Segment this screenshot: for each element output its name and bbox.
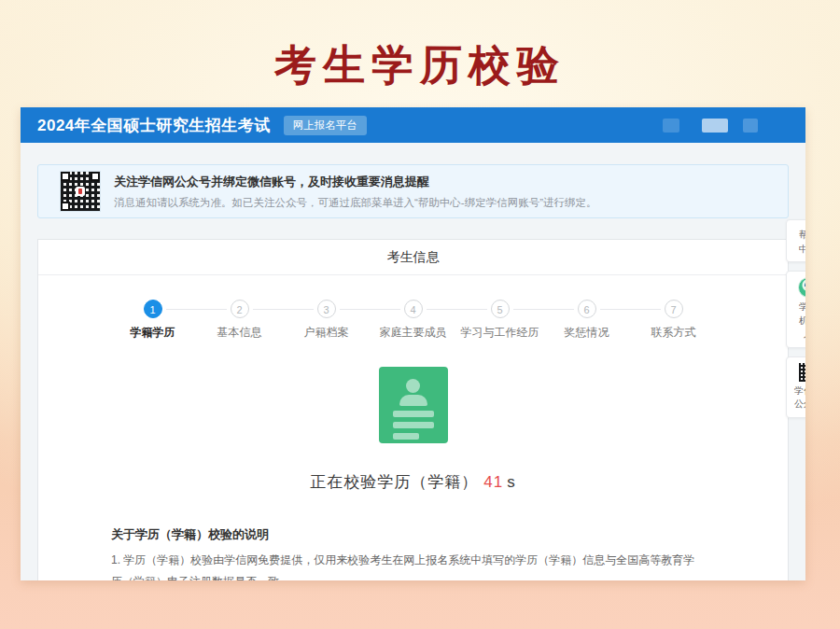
user-account-redacted-2[interactable] bbox=[702, 119, 728, 133]
notes-heading: 关于学历（学籍）校验的说明 bbox=[111, 526, 704, 543]
step-label: 家庭主要成员 bbox=[370, 325, 456, 341]
step-circle: 5 bbox=[491, 300, 510, 318]
step-label: 学习与工作经历 bbox=[456, 325, 543, 341]
status-label: 正在校验学历（学籍） bbox=[310, 473, 478, 491]
verification-notes: 关于学历（学籍）校验的说明 1. 学历（学籍）校验由学信网免费提供，仅用来校验考… bbox=[111, 526, 704, 580]
step-label: 奖惩情况 bbox=[543, 325, 630, 341]
robot-label: 学信机器人 bbox=[798, 301, 805, 342]
step-label: 学籍学历 bbox=[109, 325, 196, 341]
step-circle: 4 bbox=[404, 300, 423, 318]
floating-side-widgets: 帮助中心 学信机器人 学信网公众号 bbox=[786, 219, 805, 418]
help-center-label: 帮助中心 bbox=[798, 229, 805, 256]
site-header: 2024年全国硕士研究生招生考试 网上报名平台 bbox=[21, 107, 805, 143]
browser-screenshot: 2024年全国硕士研究生招生考试 网上报名平台 关注学信网公众号并绑定微信账号，… bbox=[21, 107, 805, 580]
step-label: 户籍档案 bbox=[283, 325, 370, 341]
step-circle: 2 bbox=[231, 300, 249, 318]
countdown-unit: s bbox=[507, 473, 516, 491]
step-circle: 1 bbox=[144, 300, 162, 318]
user-account-redacted-3[interactable] bbox=[743, 119, 758, 133]
panel-title: 考生信息 bbox=[38, 240, 788, 275]
step-label: 基本信息 bbox=[196, 325, 283, 341]
notice-title: 关注学信网公众号并绑定微信账号，及时接收重要消息提醒 bbox=[114, 174, 597, 190]
site-title: 2024年全国硕士研究生招生考试 bbox=[37, 115, 271, 136]
verification-status-text: 正在校验学历（学籍）41s bbox=[38, 471, 788, 493]
wechat-binding-notice: 关注学信网公众号并绑定微信账号，及时接收重要消息提醒 消息通知请以系统为准。如已… bbox=[37, 164, 789, 218]
step-circle: 3 bbox=[317, 300, 336, 318]
user-account-redacted-1[interactable] bbox=[663, 119, 679, 133]
slide-title: 考生学历校验 bbox=[0, 37, 840, 93]
step-rewards-punishments[interactable]: 6 奖惩情况 bbox=[543, 300, 630, 341]
step-label: 联系方式 bbox=[630, 325, 717, 341]
step-basic-info[interactable]: 2 基本信息 bbox=[196, 300, 283, 341]
step-circle: 6 bbox=[578, 300, 596, 318]
qrcode-icon bbox=[61, 172, 100, 211]
robot-avatar-icon bbox=[798, 277, 805, 298]
qrcode-small-icon bbox=[799, 363, 805, 382]
official-account-qr-widget[interactable]: 学信网公众号 bbox=[786, 356, 805, 418]
step-xueji-xueli[interactable]: 1 学籍学历 bbox=[109, 300, 196, 341]
robot-assistant-widget[interactable]: 学信机器人 bbox=[786, 271, 805, 348]
platform-badge: 网上报名平台 bbox=[284, 116, 367, 135]
step-contact-info[interactable]: 7 联系方式 bbox=[630, 300, 717, 341]
notice-subtitle: 消息通知请以系统为准。如已关注公众号，可通过底部菜单进入“帮助中心-绑定学信网账… bbox=[114, 196, 597, 210]
official-account-label: 学信网公众号 bbox=[793, 384, 806, 412]
note-item-1: 1. 学历（学籍）校验由学信网免费提供，仅用来校验考生在网上报名系统中填写的学历… bbox=[111, 550, 704, 580]
countdown-value: 41 bbox=[483, 473, 503, 491]
step-indicator: 1 学籍学历 2 基本信息 3 户籍档案 4 家庭主要成员 5 学习与工作经历 … bbox=[38, 300, 788, 341]
step-circle: 7 bbox=[665, 300, 683, 318]
step-family-members[interactable]: 4 家庭主要成员 bbox=[370, 300, 456, 341]
id-card-icon bbox=[379, 367, 448, 443]
verification-status-block: 正在校验学历（学籍）41s bbox=[38, 367, 788, 493]
step-study-work-experience[interactable]: 5 学习与工作经历 bbox=[456, 300, 543, 341]
help-center-widget[interactable]: 帮助中心 bbox=[786, 219, 805, 262]
step-household-archive[interactable]: 3 户籍档案 bbox=[283, 300, 370, 341]
candidate-info-panel: 考生信息 1 学籍学历 2 基本信息 3 户籍档案 4 家庭主要成员 5 学习与… bbox=[37, 239, 789, 580]
